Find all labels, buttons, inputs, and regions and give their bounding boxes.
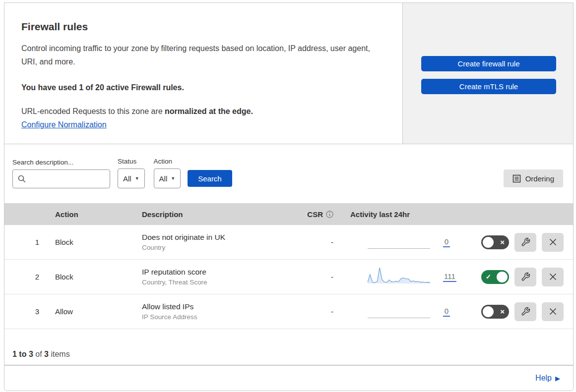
intro-card: Firewall rules Control incoming traffic … bbox=[4, 2, 403, 144]
rule-activity-cell: 0 bbox=[340, 231, 479, 253]
search-label: Search description... bbox=[12, 159, 110, 166]
ordering-button[interactable]: Ordering bbox=[504, 169, 563, 187]
rule-controls: × bbox=[479, 302, 573, 321]
firewall-rules-page: Firewall rules Control incoming traffic … bbox=[0, 0, 576, 392]
activity-sparkline-chart bbox=[368, 266, 432, 288]
usage-summary: You have used 1 of 20 active Firewall ru… bbox=[21, 83, 385, 92]
rule-description-cell: Allow listed IPs IP Source Address bbox=[142, 302, 301, 321]
rule-description: IP reputation score bbox=[142, 268, 301, 277]
help-label: Help bbox=[535, 374, 552, 383]
rule-action: Block bbox=[55, 273, 142, 281]
table-row: 3 Allow Allow listed IPs IP Source Addre… bbox=[4, 294, 573, 329]
wrench-icon bbox=[521, 272, 530, 281]
rule-csr: - bbox=[301, 238, 340, 246]
search-box bbox=[12, 169, 110, 188]
table-row: 2 Block IP reputation score Country, Thr… bbox=[4, 260, 573, 294]
filter-bar: Search description... Status All ▼ Actio… bbox=[4, 144, 573, 188]
edit-rule-button[interactable] bbox=[514, 302, 536, 321]
chevron-down-icon: ▼ bbox=[135, 176, 139, 181]
rule-enabled-toggle[interactable]: × bbox=[481, 305, 509, 319]
edit-rule-button[interactable] bbox=[514, 268, 536, 286]
action-column-header: Action bbox=[55, 210, 142, 219]
edit-rule-button[interactable] bbox=[514, 233, 536, 252]
rule-priority: 3 bbox=[4, 307, 55, 316]
status-filter-group: Status All ▼ bbox=[118, 158, 145, 188]
rules-list-card: Search description... Status All ▼ Actio… bbox=[4, 144, 574, 365]
activity-count-link[interactable]: 111 bbox=[443, 272, 456, 282]
rule-action: Block bbox=[55, 238, 142, 246]
toggle-x-icon: × bbox=[500, 238, 505, 246]
rule-enabled-toggle[interactable]: × bbox=[481, 235, 509, 249]
toggle-check-icon: ✓ bbox=[486, 274, 491, 280]
rule-priority: 1 bbox=[4, 238, 55, 246]
rule-enabled-toggle[interactable]: ✓ bbox=[481, 270, 509, 284]
rule-action: Allow bbox=[55, 307, 142, 316]
wrench-icon bbox=[521, 237, 530, 247]
action-filter-group: Action All ▼ bbox=[154, 158, 181, 188]
close-icon bbox=[549, 307, 557, 316]
configure-normalization-link[interactable]: Configure Normalization bbox=[21, 120, 107, 129]
rule-activity-cell: 111 bbox=[340, 266, 479, 288]
pagination-total: 3 bbox=[44, 350, 49, 358]
activity-count-link[interactable]: 0 bbox=[443, 307, 450, 317]
help-card: Help ▶ bbox=[4, 365, 574, 391]
rule-controls: × bbox=[479, 233, 573, 252]
normalization-bold: normalized at the edge. bbox=[165, 107, 253, 115]
ordering-button-label: Ordering bbox=[525, 174, 554, 183]
page-title: Firewall rules bbox=[21, 21, 385, 33]
info-icon[interactable] bbox=[326, 211, 333, 218]
actions-panel: Create firewall rule Create mTLS rule bbox=[402, 2, 574, 144]
help-link[interactable]: Help ▶ bbox=[535, 374, 560, 383]
chevron-down-icon: ▼ bbox=[171, 176, 175, 181]
normalization-line: URL-encoded Requests to this zone are no… bbox=[21, 107, 385, 116]
pagination-items: items bbox=[51, 350, 69, 358]
activity-count-link[interactable]: 0 bbox=[443, 237, 450, 247]
create-firewall-rule-button[interactable]: Create firewall rule bbox=[421, 56, 556, 71]
toggle-knob bbox=[483, 306, 494, 317]
rule-fields: Country bbox=[142, 244, 301, 251]
rule-description: Does not originate in UK bbox=[142, 233, 301, 242]
close-icon bbox=[549, 238, 557, 246]
rule-csr: - bbox=[301, 307, 340, 316]
delete-rule-button[interactable] bbox=[542, 268, 564, 286]
status-value: All bbox=[123, 174, 131, 183]
rule-activity-cell: 0 bbox=[340, 301, 479, 323]
close-icon bbox=[549, 273, 557, 281]
activity-sparkline-flat bbox=[368, 301, 432, 323]
rule-description-cell: Does not originate in UK Country bbox=[142, 233, 301, 251]
delete-rule-button[interactable] bbox=[542, 233, 564, 252]
rule-description: Allow listed IPs bbox=[142, 302, 301, 311]
toggle-x-icon: × bbox=[500, 308, 505, 315]
pagination-of: of bbox=[35, 350, 42, 358]
action-value: All bbox=[159, 174, 168, 183]
table-header-row: Action Description CSR Activity last 24h… bbox=[4, 203, 573, 225]
rule-description-cell: IP reputation score Country, Threat Scor… bbox=[142, 268, 301, 286]
rule-fields: IP Source Address bbox=[142, 313, 301, 321]
normalization-prefix: URL-encoded Requests to this zone are bbox=[21, 107, 165, 115]
description-column-header: Description bbox=[142, 210, 301, 219]
delete-rule-button[interactable] bbox=[542, 302, 564, 321]
rules-table: Action Description CSR Activity last 24h… bbox=[4, 203, 573, 329]
search-button[interactable]: Search bbox=[188, 170, 232, 187]
action-dropdown[interactable]: All ▼ bbox=[154, 168, 181, 188]
search-input[interactable] bbox=[12, 169, 110, 188]
toggle-knob bbox=[483, 237, 494, 248]
wrench-icon bbox=[521, 307, 530, 316]
search-field-group: Search description... bbox=[12, 159, 110, 188]
rule-csr: - bbox=[301, 273, 340, 281]
rule-fields: Country, Threat Score bbox=[142, 279, 301, 286]
pagination-summary: 1 to 3 of 3 items bbox=[4, 350, 573, 359]
rule-controls: ✓ bbox=[479, 268, 573, 286]
rule-priority: 2 bbox=[4, 273, 55, 281]
status-dropdown[interactable]: All ▼ bbox=[118, 168, 145, 188]
activity-column-header: Activity last 24hr bbox=[340, 210, 479, 219]
table-row: 1 Block Does not originate in UK Country… bbox=[4, 225, 573, 260]
ordering-list-icon bbox=[512, 174, 521, 183]
toggle-knob bbox=[497, 272, 508, 282]
csr-column-header: CSR bbox=[301, 210, 340, 219]
status-label: Status bbox=[118, 158, 145, 165]
action-label: Action bbox=[154, 158, 181, 165]
create-mtls-rule-button[interactable]: Create mTLS rule bbox=[421, 79, 556, 94]
arrow-right-icon: ▶ bbox=[555, 375, 560, 382]
pagination-range: 1 to 3 bbox=[12, 350, 33, 358]
